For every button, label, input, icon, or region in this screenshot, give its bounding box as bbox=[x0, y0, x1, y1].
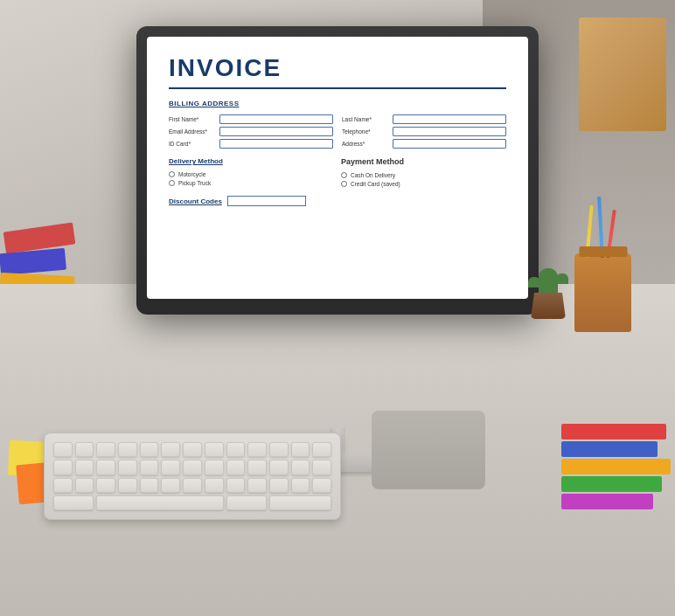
key-39[interactable] bbox=[312, 478, 331, 493]
key-9[interactable] bbox=[226, 442, 246, 457]
telephone-row: Telephone* bbox=[342, 127, 506, 136]
first-name-input[interactable] bbox=[219, 114, 333, 124]
radio-cod[interactable] bbox=[341, 172, 347, 178]
discount-input[interactable] bbox=[227, 196, 306, 206]
key-7[interactable] bbox=[183, 442, 202, 457]
delivery-section: Delivery Method Motorcycle Pickup Truck bbox=[169, 157, 334, 187]
key-2[interactable] bbox=[75, 442, 94, 457]
key-23[interactable] bbox=[247, 460, 267, 474]
key-26[interactable] bbox=[312, 460, 331, 474]
address-row: Address* bbox=[342, 139, 506, 149]
key-17[interactable] bbox=[118, 460, 137, 474]
address-input[interactable] bbox=[393, 139, 506, 149]
key-6[interactable] bbox=[161, 442, 180, 457]
key-12[interactable] bbox=[291, 442, 310, 457]
key-14[interactable] bbox=[53, 460, 73, 474]
pencil-holder bbox=[574, 253, 631, 332]
book-orange bbox=[561, 459, 671, 474]
id-row: ID Card* bbox=[169, 139, 333, 149]
key-34[interactable] bbox=[205, 478, 224, 493]
plant-pot bbox=[526, 271, 570, 319]
pickup-label: Pickup Truck bbox=[178, 180, 211, 186]
key-38[interactable] bbox=[291, 478, 310, 493]
key-30[interactable] bbox=[118, 478, 137, 493]
key-28[interactable] bbox=[75, 478, 94, 493]
book-blue bbox=[561, 441, 658, 457]
key-4[interactable] bbox=[118, 442, 137, 457]
book-purple bbox=[561, 494, 653, 509]
radio-credit[interactable] bbox=[341, 181, 347, 187]
first-name-label: First Name* bbox=[169, 116, 217, 122]
keyboard-keys bbox=[53, 442, 331, 510]
payment-option-credit[interactable]: Credit Card (saved) bbox=[341, 181, 506, 187]
key-25[interactable] bbox=[291, 460, 310, 474]
email-label: Email Address* bbox=[169, 128, 217, 135]
key-22[interactable] bbox=[226, 460, 246, 474]
key-11[interactable] bbox=[269, 442, 289, 457]
form-col-left: First Name* Email Address* ID Card* bbox=[169, 114, 333, 149]
form-col-right: Last Name* Telephone* Address* bbox=[342, 114, 506, 149]
cardboard-box bbox=[579, 17, 666, 131]
invoice-title: INVOICE bbox=[169, 54, 506, 82]
credit-label: Credit Card (saved) bbox=[351, 181, 400, 187]
key-5[interactable] bbox=[140, 442, 159, 457]
key-13[interactable] bbox=[312, 442, 331, 457]
key-33[interactable] bbox=[183, 478, 202, 493]
email-input[interactable] bbox=[219, 127, 333, 136]
key-15[interactable] bbox=[75, 460, 94, 474]
book-red bbox=[561, 424, 666, 440]
last-name-input[interactable] bbox=[393, 114, 506, 124]
monitor-frame: INVOICE BILLING ADDRESS First Name* Emai… bbox=[136, 26, 539, 315]
key-31[interactable] bbox=[140, 478, 159, 493]
monitor-screen: INVOICE BILLING ADDRESS First Name* Emai… bbox=[147, 37, 528, 299]
key-16[interactable] bbox=[96, 460, 115, 474]
invoice-divider bbox=[169, 87, 506, 89]
monitor: INVOICE BILLING ADDRESS First Name* Emai… bbox=[136, 26, 539, 315]
motorcycle-label: Motorcycle bbox=[178, 171, 205, 177]
id-label: ID Card* bbox=[169, 141, 217, 147]
key-32[interactable] bbox=[161, 478, 180, 493]
key-40[interactable] bbox=[53, 495, 94, 510]
key-19[interactable] bbox=[161, 460, 180, 474]
key-27[interactable] bbox=[53, 478, 73, 493]
delivery-option-pickup[interactable]: Pickup Truck bbox=[169, 180, 334, 186]
keyboard bbox=[44, 433, 341, 520]
key-8[interactable] bbox=[205, 442, 224, 457]
id-input[interactable] bbox=[219, 139, 333, 149]
billing-form: First Name* Email Address* ID Card* bbox=[169, 114, 506, 149]
key-20[interactable] bbox=[183, 460, 202, 474]
key-spacebar[interactable] bbox=[96, 495, 223, 510]
key-41[interactable] bbox=[226, 495, 267, 510]
key-37[interactable] bbox=[269, 478, 289, 493]
cod-label: Cash On Delivery bbox=[351, 172, 395, 178]
delivery-payment-row: Delivery Method Motorcycle Pickup Truck … bbox=[169, 157, 506, 187]
invoice-document: INVOICE BILLING ADDRESS First Name* Emai… bbox=[147, 37, 528, 299]
books-stack-right bbox=[561, 424, 675, 511]
key-3[interactable] bbox=[96, 442, 115, 457]
payment-title: Payment Method bbox=[341, 157, 506, 166]
key-36[interactable] bbox=[247, 478, 267, 493]
book-green bbox=[561, 476, 662, 492]
key-18[interactable] bbox=[140, 460, 159, 474]
key-21[interactable] bbox=[205, 460, 224, 474]
mousepad bbox=[372, 411, 485, 489]
key-24[interactable] bbox=[269, 460, 289, 474]
cactus bbox=[539, 268, 558, 294]
radio-pickup[interactable] bbox=[169, 180, 175, 186]
key-1[interactable] bbox=[53, 442, 73, 457]
radio-motorcycle[interactable] bbox=[169, 171, 175, 177]
payment-option-cod[interactable]: Cash On Delivery bbox=[341, 172, 506, 178]
payment-section: Payment Method Cash On Delivery Credit C… bbox=[341, 157, 506, 187]
discount-row: Discount Codes bbox=[169, 196, 506, 206]
delivery-option-motorcycle[interactable]: Motorcycle bbox=[169, 171, 334, 177]
key-35[interactable] bbox=[226, 478, 246, 493]
telephone-label: Telephone* bbox=[342, 128, 390, 135]
key-42[interactable] bbox=[269, 495, 331, 510]
first-name-row: First Name* bbox=[169, 114, 333, 124]
telephone-input[interactable] bbox=[393, 127, 506, 136]
key-29[interactable] bbox=[96, 478, 115, 493]
key-10[interactable] bbox=[247, 442, 267, 457]
flower-pot bbox=[531, 293, 566, 319]
last-name-label: Last Name* bbox=[342, 116, 390, 122]
delivery-title: Delivery Method bbox=[169, 157, 334, 165]
